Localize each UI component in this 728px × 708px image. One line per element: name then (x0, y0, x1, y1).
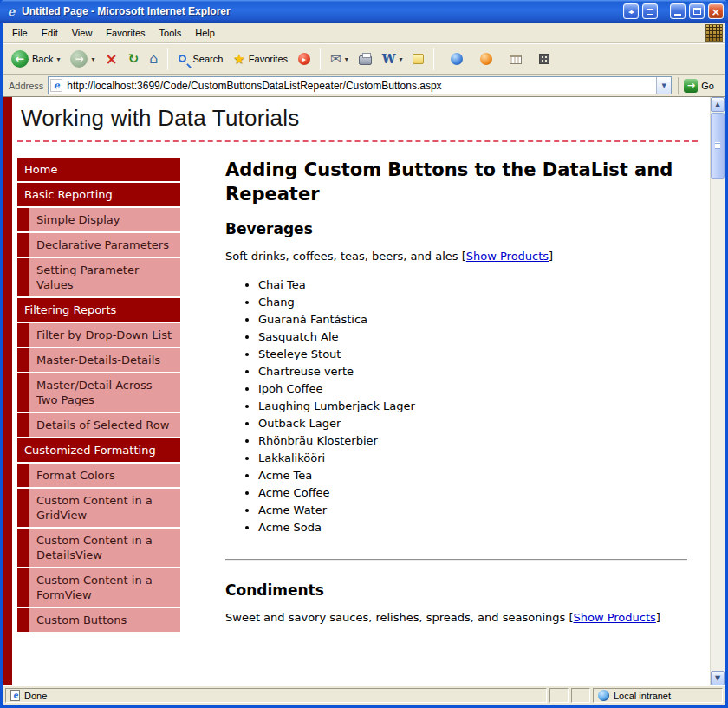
web-page: Working with Data Tutorials Home Basic R… (3, 97, 710, 685)
research-button[interactable] (505, 52, 526, 67)
ie-logo-icon: e (4, 4, 18, 18)
condiments-heading: Condiments (225, 581, 687, 600)
nav-filtering-reports[interactable]: Filtering Reports (17, 298, 180, 322)
edit-dropdown-icon[interactable]: ▾ (399, 55, 402, 63)
address-label: Address (7, 81, 43, 91)
back-label: Back (32, 54, 53, 64)
product-item: Acme Water (258, 502, 687, 519)
titlebar-extra-button-1[interactable]: ◂▸ (623, 3, 639, 19)
maximize-button[interactable] (689, 3, 705, 19)
refresh-button[interactable]: ↻ (124, 50, 144, 68)
grid-tool-button[interactable] (535, 51, 554, 67)
nav-format-colors[interactable]: Format Colors (17, 464, 180, 487)
page-heading: Adding Custom Buttons to the DataList an… (225, 158, 687, 206)
messenger-button[interactable] (446, 50, 467, 68)
condiments-show-products-link[interactable]: Show Products (573, 611, 655, 624)
nav-custom-content-gridview[interactable]: Custom Content in a GridView (17, 489, 180, 527)
minimize-button[interactable] (670, 3, 686, 19)
address-field: e ▼ (48, 76, 672, 94)
menu-tools[interactable]: Tools (153, 24, 189, 42)
nav-custom-content-detailsview[interactable]: Custom Content in a DetailsView (17, 529, 180, 567)
vertical-scrollbar[interactable]: ▲ ▼ (710, 97, 725, 685)
forward-icon: → (70, 50, 88, 68)
section-divider (225, 559, 687, 561)
search-button[interactable]: Search (173, 51, 227, 68)
toolbar-separator (320, 48, 321, 70)
forward-dropdown-icon[interactable]: ▾ (91, 55, 94, 63)
scrollbar-thumb[interactable] (711, 113, 725, 179)
product-item: Rhönbräu Klosterbier (258, 432, 687, 450)
product-item: Chai Tea (258, 276, 687, 294)
scroll-up-button[interactable]: ▲ (711, 97, 725, 112)
nav-customized-formatting[interactable]: Customized Formatting (17, 438, 180, 462)
close-icon: × (712, 6, 721, 17)
search-label: Search (192, 54, 223, 64)
nav-details-of-selected-row[interactable]: Details of Selected Row (17, 413, 180, 437)
nav-simple-display[interactable]: Simple Display (17, 208, 180, 231)
product-item: Steeleye Stout (258, 346, 687, 363)
print-icon (359, 55, 372, 65)
sidebar-nav: Home Basic Reporting Simple Display Decl… (17, 158, 180, 636)
toolbar-extra-button[interactable] (476, 50, 497, 68)
beverages-show-products-link[interactable]: Show Products (466, 250, 549, 263)
scrollbar-track[interactable] (711, 179, 725, 671)
mail-dropdown-icon[interactable]: ▾ (345, 55, 348, 63)
standard-toolbar: ← Back ▾ → ▾ × ↻ ⌂ Search ★ Favorites ▸ … (3, 43, 725, 75)
menu-file[interactable]: File (5, 24, 35, 42)
product-item: Sasquatch Ale (258, 328, 687, 346)
title-bar: e Untitled Page - Microsoft Internet Exp… (0, 0, 728, 23)
print-button[interactable] (354, 50, 376, 68)
edit-button[interactable]: W ▾ (378, 50, 407, 68)
toolbar-separator (167, 48, 168, 70)
product-item: Acme Coffee (258, 484, 687, 502)
nav-declarative-parameters[interactable]: Declarative Parameters (17, 233, 180, 257)
condiments-description-text: Sweet and savory sauces, relishes, sprea… (225, 611, 573, 624)
home-button[interactable]: ⌂ (145, 49, 162, 68)
menu-favorites[interactable]: Favorites (99, 24, 152, 42)
status-message-panel: Done (5, 688, 547, 703)
menu-help[interactable]: Help (188, 24, 222, 42)
window-title: Untitled Page - Microsoft Internet Explo… (22, 5, 620, 17)
titlebar-extra-button-2[interactable] (642, 3, 658, 19)
security-zone-panel: Local intranet (593, 688, 723, 703)
beverages-description-suffix: ] (549, 250, 553, 263)
beverages-heading: Beverages (225, 220, 687, 238)
menu-view[interactable]: View (65, 24, 100, 42)
search-icon (179, 55, 186, 62)
product-item: Acme Tea (258, 467, 687, 484)
close-button[interactable]: × (708, 3, 724, 19)
beverages-description: Soft drinks, coffees, teas, beers, and a… (225, 249, 687, 264)
mail-button[interactable]: ✉ ▾ (326, 50, 353, 68)
nav-custom-buttons[interactable]: Custom Buttons (17, 608, 180, 632)
product-item: Laughing Lumberjack Lager (258, 398, 687, 415)
address-input[interactable] (65, 79, 656, 93)
maximize-icon (693, 8, 701, 15)
nav-master-detail-two-pages[interactable]: Master/Detail Across Two Pages (17, 373, 180, 412)
main-content: Adding Custom Buttons to the DataList an… (225, 158, 698, 636)
scroll-down-button[interactable]: ▼ (711, 671, 725, 685)
menu-bar: File Edit View Favorites Tools Help (3, 23, 725, 43)
address-dropdown-button[interactable]: ▼ (656, 77, 671, 94)
windows-throbber-icon (705, 24, 723, 42)
nav-setting-parameter-values[interactable]: Setting Parameter Values (17, 258, 180, 296)
grid-icon (539, 54, 549, 64)
refresh-icon: ↻ (128, 53, 140, 66)
favorites-button[interactable]: ★ Favorites (229, 50, 292, 68)
window-icon (647, 9, 653, 15)
product-item: Guaraná Fantástica (258, 311, 687, 328)
media-button[interactable]: ▸ (294, 50, 315, 68)
back-button[interactable]: ← Back ▾ (7, 48, 64, 70)
back-dropdown-icon[interactable]: ▾ (56, 55, 60, 63)
nav-filter-by-dropdown-list[interactable]: Filter by Drop-Down List (17, 323, 180, 347)
menu-edit[interactable]: Edit (35, 24, 65, 42)
nav-home[interactable]: Home (17, 158, 180, 181)
discuss-button[interactable] (408, 51, 428, 67)
media-icon: ▸ (298, 53, 310, 65)
nav-master-details-details[interactable]: Master-Details-Details (17, 348, 180, 372)
stop-button[interactable]: × (101, 49, 122, 69)
nav-custom-content-formview[interactable]: Custom Content in a FormView (17, 568, 180, 607)
forward-button[interactable]: → ▾ (66, 48, 99, 70)
go-button[interactable]: → Go (678, 77, 721, 94)
nav-basic-reporting[interactable]: Basic Reporting (17, 183, 180, 206)
beverages-description-text: Soft drinks, coffees, teas, beers, and a… (225, 250, 466, 263)
